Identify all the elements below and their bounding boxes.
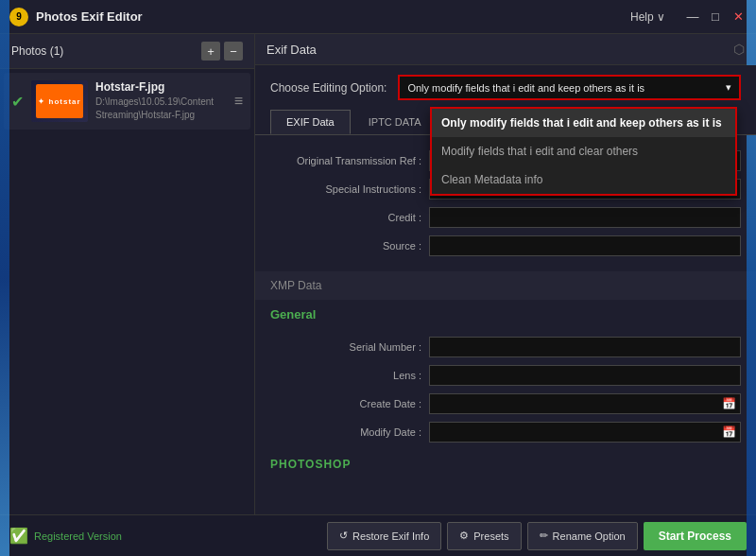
photoshop-section-label: PHOTOSHOP: [255, 450, 756, 478]
dropdown-option-2[interactable]: Modify fields that i edit and clear othe…: [432, 137, 735, 165]
right-panel: Exif Data ⬡ Choose Editing Option: Only …: [255, 34, 756, 514]
photo-menu-icon[interactable]: ≡: [234, 93, 243, 110]
create-date-row: Create Date : 📅: [255, 390, 756, 418]
exif-panel-title: Exif Data: [266, 43, 317, 57]
bottom-bar: ✅ Registered Version ↺ Restore Exif Info…: [0, 514, 756, 556]
exif-panel-header: Exif Data ⬡: [255, 34, 756, 65]
left-panel: Photos (1) + − ✔ ✦ hotstar Hotstar-F.jpg…: [0, 34, 255, 514]
lens-row: Lens :: [255, 361, 756, 390]
tab-exif-data[interactable]: EXIF Data: [270, 110, 351, 134]
registered-label: Registered Version: [34, 530, 122, 542]
photo-thumbnail: ✦ hotstar: [31, 80, 88, 122]
photos-panel-header: Photos (1) + −: [0, 34, 254, 69]
help-button[interactable]: Help ∨: [630, 10, 665, 24]
lens-label: Lens :: [270, 370, 421, 381]
create-date-calendar-icon[interactable]: 📅: [718, 397, 740, 410]
source-input[interactable]: [429, 235, 741, 256]
serial-number-input[interactable]: [429, 337, 741, 357]
special-instructions-label: Special Instructions :: [270, 183, 421, 195]
create-date-field: 📅: [429, 393, 741, 414]
modify-date-calendar-icon[interactable]: 📅: [718, 426, 740, 439]
presets-button[interactable]: ⚙ Presets: [447, 522, 521, 550]
serial-number-label: Serial Number :: [270, 341, 421, 353]
photo-name: Hotstar-F.jpg: [95, 80, 227, 94]
modify-date-row: Modify Date : 📅: [255, 418, 756, 446]
photos-panel-title: Photos (1): [11, 44, 63, 58]
dropdown-option-3[interactable]: Clean Metadata info: [432, 165, 735, 194]
dropdown-arrow-icon: ▾: [726, 81, 731, 94]
xmp-fields-section: Serial Number : Lens : Create Date : 📅 M…: [255, 329, 756, 450]
titlebar: 9 Photos Exif Editor Help ∨ — □ ✕: [0, 0, 756, 34]
credit-label: Credit :: [270, 212, 421, 223]
dropdown-option-1[interactable]: Only modify fields that i edit and keep …: [432, 109, 735, 137]
dropdown-popup: Only modify fields that i edit and keep …: [430, 107, 737, 196]
modify-date-field: 📅: [429, 422, 741, 443]
rename-option-button[interactable]: ✏ Rename Option: [527, 522, 638, 550]
registered-badge: ✅ Registered Version: [9, 527, 321, 545]
editing-option-label: Choose Editing Option:: [270, 81, 387, 95]
source-label: Source :: [270, 240, 421, 252]
minimize-button[interactable]: —: [684, 9, 701, 26]
exif-header-icon: ⬡: [733, 42, 745, 57]
photo-list-item[interactable]: ✔ ✦ hotstar Hotstar-F.jpg D:\Images\10.0…: [4, 73, 250, 130]
presets-icon: ⚙: [459, 530, 469, 542]
restore-icon: ↺: [339, 530, 348, 542]
restore-exif-button[interactable]: ↺ Restore Exif Info: [327, 522, 441, 550]
create-date-label: Create Date :: [270, 398, 421, 409]
modify-date-input[interactable]: [430, 426, 718, 438]
credit-input[interactable]: [429, 207, 741, 228]
modify-date-label: Modify Date :: [270, 426, 421, 438]
window-controls: Help ∨ — □ ✕: [630, 9, 747, 26]
app-logo: 9: [9, 8, 28, 26]
photo-path-line1: D:\Images\10.05.19\Content: [95, 96, 227, 109]
registered-icon: ✅: [9, 527, 28, 545]
xmp-section-header: XMP Data: [255, 271, 756, 300]
editing-option-bar: Choose Editing Option: Only modify field…: [255, 65, 756, 110]
main-layout: Photos (1) + − ✔ ✦ hotstar Hotstar-F.jpg…: [0, 34, 756, 514]
source-row: Source :: [255, 232, 756, 260]
selected-option-text: Only modify fields that i edit and keep …: [407, 82, 644, 94]
lens-input[interactable]: [429, 365, 741, 386]
start-process-button[interactable]: Start Process: [644, 522, 747, 550]
serial-number-row: Serial Number :: [255, 333, 756, 361]
maximize-button[interactable]: □: [707, 9, 724, 26]
app-title: Photos Exif Editor: [36, 9, 630, 24]
photos-header-buttons: + −: [201, 42, 243, 61]
photo-path-line2: Streaming\Hotstar-F.jpg: [95, 109, 227, 122]
editing-option-dropdown[interactable]: Only modify fields that i edit and keep …: [398, 75, 741, 100]
general-section-label: General: [255, 304, 756, 329]
credit-row: Credit :: [255, 203, 756, 232]
tab-iptc-data[interactable]: IPTC DATA: [352, 110, 438, 134]
close-button[interactable]: ✕: [730, 9, 747, 26]
original-transmission-label: Original Transmission Ref :: [270, 155, 421, 166]
blue-left-decoration: [0, 0, 9, 556]
add-photo-button[interactable]: +: [201, 42, 220, 61]
remove-photo-button[interactable]: −: [224, 42, 243, 61]
rename-icon: ✏: [540, 530, 548, 542]
create-date-input[interactable]: [430, 398, 718, 409]
editing-option-container: Choose Editing Option: Only modify field…: [255, 65, 756, 110]
photo-thumb-text: ✦ hotstar: [36, 84, 83, 118]
photo-info: Hotstar-F.jpg D:\Images\10.05.19\Content…: [95, 80, 227, 122]
photo-checkbox[interactable]: ✔: [11, 93, 24, 111]
